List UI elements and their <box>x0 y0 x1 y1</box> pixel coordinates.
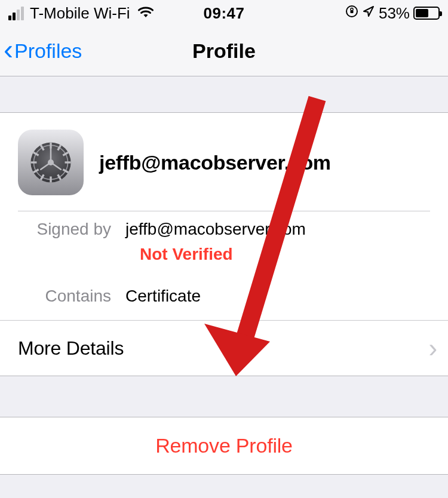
svg-rect-13 <box>30 161 36 163</box>
signed-by-value: jeffb@macobserver.com <box>125 220 306 239</box>
profile-section: jeffb@macobserver.com Signed by jeffb@ma… <box>0 112 448 376</box>
back-button[interactable]: ‹ Profiles <box>0 39 82 64</box>
remove-section: Remove Profile <box>0 417 448 475</box>
nav-bar: ‹ Profiles Profile <box>0 26 448 76</box>
settings-gear-icon <box>18 130 84 195</box>
chevron-left-icon: ‹ <box>4 35 13 64</box>
status-right: 53% <box>245 4 440 23</box>
profile-header-row: jeffb@macobserver.com <box>0 113 448 211</box>
wifi-icon <box>137 5 154 21</box>
svg-rect-10 <box>50 177 51 183</box>
battery-percent: 53% <box>379 4 410 23</box>
chevron-right-icon: › <box>429 335 437 361</box>
clock: 09:47 <box>204 4 245 23</box>
location-icon <box>362 5 375 21</box>
status-left: T-Mobile Wi-Fi <box>8 4 204 23</box>
signed-by-label: Signed by <box>18 220 125 239</box>
cellular-signal-icon <box>8 7 24 20</box>
contains-label: Contains <box>18 287 125 306</box>
signed-by-row: Signed by jeffb@macobserver.com <box>18 211 430 241</box>
carrier-label: T-Mobile Wi-Fi <box>30 4 130 23</box>
not-verified-label: Not Verified <box>18 241 430 277</box>
rotation-lock-icon <box>345 5 358 21</box>
back-label: Profiles <box>14 39 82 63</box>
profile-email: jeffb@macobserver.com <box>99 151 331 174</box>
more-details-label: More Details <box>18 337 124 359</box>
remove-profile-label: Remove Profile <box>155 434 293 457</box>
more-details-button[interactable]: More Details › <box>0 320 448 376</box>
contains-value: Certificate <box>125 287 201 306</box>
svg-rect-4 <box>50 142 51 148</box>
remove-profile-button[interactable]: Remove Profile <box>0 417 448 474</box>
svg-rect-1 <box>350 10 353 13</box>
svg-rect-7 <box>65 161 71 163</box>
battery-icon <box>413 7 440 20</box>
status-bar: T-Mobile Wi-Fi 09:47 53% <box>0 0 448 26</box>
contains-row: Contains Certificate <box>18 277 430 320</box>
